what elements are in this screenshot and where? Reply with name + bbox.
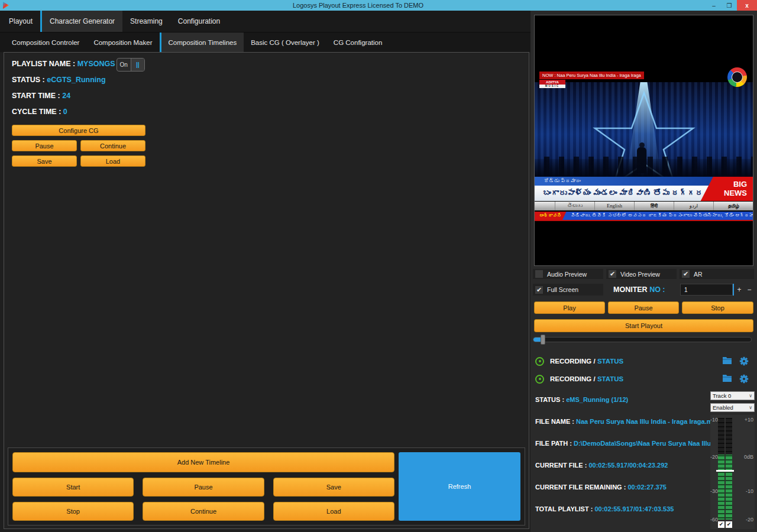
full-screen-option[interactable]: ✔ Full Screen xyxy=(533,284,603,296)
monitor-input-separator xyxy=(733,284,734,296)
file-path-line: FILE PATH : D:\DemoData\Songs\Naa Peru S… xyxy=(535,440,713,447)
full-screen-checkbox[interactable]: ✔ xyxy=(535,286,543,294)
audio-preview-option[interactable]: Audio Preview xyxy=(533,269,603,279)
right-column: NOW : Naa Peru Surya Naa Illu India - Ir… xyxy=(530,11,757,532)
enabled-select[interactable]: Enabled ∨ xyxy=(710,403,755,412)
track-select[interactable]: Track 0 ∨ xyxy=(710,391,755,400)
settings-gear-icon[interactable] xyxy=(739,356,749,366)
tab-basic-cg-overlayer[interactable]: Basic CG ( Overlayer ) xyxy=(244,33,326,52)
audio-preview-label: Audio Preview xyxy=(547,271,587,278)
folder-icon[interactable] xyxy=(722,356,732,365)
tab-composition-maker[interactable]: Composition Maker xyxy=(86,33,159,52)
ems-status-line: STATUS : eMS_Running (1/12) xyxy=(535,396,713,403)
timeline-save-button[interactable]: Save xyxy=(273,478,394,497)
timeline-pause-button[interactable]: Pause xyxy=(143,478,264,497)
ar-checkbox[interactable]: ✔ xyxy=(682,270,690,278)
left-column: Playout Character Generator Streaming Co… xyxy=(0,11,530,532)
scale-left-3: -30 xyxy=(710,488,718,494)
ticker-label: ఆంధ్రావని xyxy=(535,212,567,220)
add-new-timeline-button[interactable]: Add New Timeline xyxy=(12,452,394,472)
timeline-controls: Add New Timeline Start Pause Save Stop C… xyxy=(8,447,525,525)
tab-playout[interactable]: Playout xyxy=(1,11,40,32)
monitor-no-label: MONITER NO : xyxy=(613,286,665,294)
preview-stop-button[interactable]: Stop xyxy=(682,301,753,314)
preview-play-button[interactable]: Play xyxy=(534,301,605,314)
monitor-decrement-button[interactable]: − xyxy=(745,284,754,296)
sub-tab-bar: Composition Controler Composition Maker … xyxy=(0,32,530,52)
toggle-pause-segment[interactable]: || xyxy=(131,59,145,71)
stage-floor xyxy=(535,159,753,177)
monitor-number-input[interactable]: 1 xyxy=(680,284,733,296)
settings-gear-icon[interactable] xyxy=(739,374,749,384)
record-indicator-icon xyxy=(535,375,544,384)
tab-character-generator[interactable]: Character Generator xyxy=(42,11,122,32)
composition-timelines-panel: PLAYLIST NAME : MYSONGS STATUS : eCGTS_R… xyxy=(4,52,529,529)
timeline-start-button[interactable]: Start xyxy=(12,478,134,497)
minimize-button[interactable]: – xyxy=(706,0,722,11)
scale-left-4: -60 xyxy=(710,517,718,523)
close-button[interactable]: x xyxy=(737,0,757,11)
start-time-line: START TIME : 24 xyxy=(12,92,115,102)
lang-urdu: اردو xyxy=(674,202,713,210)
vu-meter-handle[interactable] xyxy=(716,470,734,472)
title-bar: Logosys Playout Express Licensed To DEMO… xyxy=(0,0,757,11)
start-playout-button[interactable]: Start Playout xyxy=(534,319,753,332)
cg-button-group: Configure CG Pause Continue Save Load xyxy=(12,125,145,171)
tab-composition-timelines[interactable]: Composition Timelines xyxy=(161,33,244,52)
app-logo-icon xyxy=(2,1,10,9)
playlist-name-line: PLAYLIST NAME : MYSONGS xyxy=(12,60,115,70)
timeline-continue-button[interactable]: Continue xyxy=(143,502,264,521)
window-title: Logosys Playout Express Licensed To DEMO xyxy=(10,2,706,9)
meter-channel-checkbox-right[interactable]: ✔ xyxy=(726,521,732,528)
ar-label: AR xyxy=(694,271,703,278)
record-indicator-icon xyxy=(535,357,544,366)
cycle-time-value: 0 xyxy=(63,108,67,116)
recording-status-label-1: RECORDING / STATUS xyxy=(550,358,722,365)
cg-save-button[interactable]: Save xyxy=(12,155,77,167)
recording-status-label-2: RECORDING / STATUS xyxy=(550,375,722,382)
status-label: STATUS : xyxy=(12,76,45,84)
tab-streaming[interactable]: Streaming xyxy=(122,11,170,32)
vu-meter-bar-left xyxy=(718,418,724,520)
full-screen-label: Full Screen xyxy=(547,286,578,293)
playback-info: STATUS : eMS_Running (1/12) FILE NAME : … xyxy=(535,396,713,527)
tab-cg-configration[interactable]: CG Configration xyxy=(326,33,389,52)
audio-preview-checkbox[interactable] xyxy=(535,270,543,278)
cg-continue-button[interactable]: Continue xyxy=(80,140,145,151)
recording-row-2: RECORDING / STATUS xyxy=(535,372,752,385)
ar-option[interactable]: ✔ AR xyxy=(680,269,754,279)
cg-pause-button[interactable]: Pause xyxy=(12,140,77,151)
restore-button[interactable]: ❐ xyxy=(722,0,737,11)
lang-tamil: தமிழ் xyxy=(713,202,753,210)
video-scene xyxy=(535,82,753,177)
preview-pause-button[interactable]: Pause xyxy=(608,301,679,314)
monitor-increment-button[interactable]: + xyxy=(735,284,744,296)
tab-configuration[interactable]: Configuration xyxy=(170,11,228,32)
video-preview-checkbox[interactable]: ✔ xyxy=(609,270,616,278)
lang-english: English xyxy=(594,202,634,210)
meter-channel-checkbox-left[interactable]: ✔ xyxy=(718,521,724,528)
timeline-stop-button[interactable]: Stop xyxy=(12,502,134,521)
timeline-load-button[interactable]: Load xyxy=(273,502,394,521)
folder-icon[interactable] xyxy=(722,374,732,382)
cycle-time-line: CYCLE TIME : 0 xyxy=(12,108,115,118)
cg-on-toggle[interactable]: On || xyxy=(117,58,145,72)
refresh-button[interactable]: Refresh xyxy=(399,452,520,521)
status-line: STATUS : eCGTS_Running xyxy=(12,76,115,86)
volume-slider-handle[interactable] xyxy=(541,335,545,345)
vu-meter: -10 -20 -30 -60 +10 0dB -10 -20 ✔ ✔ xyxy=(710,415,755,529)
current-file-remaining-line: CURRENT FILE REMAINING : 00:02:27.375 xyxy=(535,484,713,491)
configure-cg-button[interactable]: Configure CG xyxy=(12,125,145,136)
lang-telugu: తెలుగు xyxy=(555,202,594,210)
start-time-label: START TIME : xyxy=(12,92,60,100)
tab-composition-controler[interactable]: Composition Controler xyxy=(5,33,86,52)
audio-meter-panel: Track 0 ∨ Enabled ∨ -10 -20 -30 -60 +10 … xyxy=(710,391,755,529)
news-ticker: ఆంధ్రావని విడిచారు. టీవీకి సభల్లో అవసర ర… xyxy=(535,212,753,220)
cg-load-button[interactable]: Load xyxy=(80,155,145,167)
total-playlist-line: TOTAL PLAYLIST : 00:02:55.917/01:47:03.5… xyxy=(535,505,713,512)
video-preview-option[interactable]: ✔ Video Preview xyxy=(606,269,677,279)
toggle-on-segment[interactable]: On xyxy=(117,59,131,71)
main-menu-bar: Playout Character Generator Streaming Co… xyxy=(0,11,530,32)
video-preview[interactable]: NOW : Naa Peru Surya Naa Illu India - Ir… xyxy=(534,15,753,266)
volume-slider[interactable] xyxy=(533,337,752,342)
